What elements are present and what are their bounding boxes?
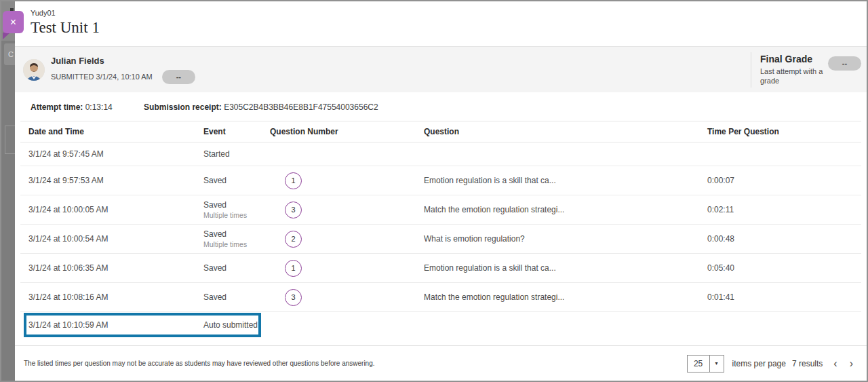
attempt-log-panel: Yudy01 Test Unit 1 Julian Fields SUBMITT… [15,1,867,381]
submission-status: SUBMITTED 3/1/24, 10:10 AM -- [51,70,195,84]
cell-event: Auto submitted [203,320,270,330]
results-count: 7 results [792,359,823,368]
question-number-badge: 1 [285,260,302,277]
cell-time: 0:02:11 [707,205,861,214]
backdrop-course-chip: C [4,43,15,65]
attempt-time-value: 0:13:14 [85,102,113,112]
cell-time: 0:05:40 [707,263,861,273]
cell-event: Saved [203,292,270,302]
cell-datetime: 3/1/24 at 10:06:35 AM [28,263,203,273]
student-summary-band: Julian Fields SUBMITTED 3/1/24, 10:10 AM… [15,47,867,92]
question-number-badge: 3 [285,289,302,306]
cell-event: Started [203,149,270,159]
student-name: Julian Fields [51,56,195,66]
cell-question-number: 2 [270,231,424,248]
items-per-page-label: items per page [732,359,786,368]
page-size-select[interactable]: 25 ▾ [687,355,724,373]
cell-datetime: 3/1/24 at 9:57:45 AM [28,149,203,159]
event-label: Saved [203,229,270,239]
student-info: Julian Fields SUBMITTED 3/1/24, 10:10 AM… [51,56,195,84]
final-grade-text: Final Grade Last attempt with a grade [760,54,824,87]
close-panel-button[interactable]: × [3,11,24,33]
final-grade-pill[interactable]: -- [828,56,861,71]
close-button-fold [3,33,10,39]
cell-question: Emotion regulation is a skill that ca... [424,176,707,185]
question-number-badge: 2 [285,231,302,248]
event-label: Started [203,149,270,159]
cell-time: 0:01:41 [707,292,861,302]
previous-page-button[interactable]: ‹ [829,358,841,369]
attempt-meta: Attempt time: 0:13:14 Submission receipt… [15,92,867,121]
event-table-row[interactable]: 3/1/24 at 10:00:54 AM Saved Multiple tim… [20,225,861,254]
cell-question-number: 3 [270,202,424,218]
event-label: Saved [203,200,270,210]
caret-down-icon: ▾ [709,356,724,372]
final-grade-section: Final Grade Last attempt with a grade -- [751,52,867,88]
cell-question: Match the emotion regulation strategi... [424,205,707,214]
cell-question: Emotion regulation is a skill that ca... [424,263,707,273]
footer-note: The listed times per question may not be… [24,360,375,367]
chevron-right-icon: › [850,358,853,369]
event-table-row[interactable]: 3/1/24 at 10:06:35 AM Saved 1 Emotion re… [20,254,861,283]
page-title: Test Unit 1 [31,19,867,37]
page-size-value: 25 [688,356,709,372]
event-sublabel: Multiple times [203,211,270,219]
backdrop-button-outline [5,126,15,154]
cell-event: Saved [203,176,270,185]
cell-datetime: 3/1/24 at 10:00:54 AM [28,234,203,244]
event-table-row[interactable]: 3/1/24 at 10:10:59 AM Auto submitted [20,312,861,338]
pagination: 25 ▾ items per page 7 results ‹ › [687,355,857,373]
panel-header: Yudy01 Test Unit 1 [15,1,867,47]
col-header-event: Event [203,127,270,136]
col-header-question: Question [424,127,707,136]
submitted-label: SUBMITTED 3/1/24, 10:10 AM [51,73,153,81]
event-label: Saved [203,292,270,302]
event-label: Saved [203,263,270,273]
attempt-grade-pill[interactable]: -- [162,70,195,84]
event-table-row[interactable]: 3/1/24 at 9:57:53 AM Saved 1 Emotion reg… [20,166,861,195]
final-grade-title: Final Grade [760,54,824,64]
event-label: Auto submitted [203,320,270,330]
attempt-log-screen: C × Yudy01 Test Unit 1 Julian Fi [0,0,868,382]
cell-question: What is emotion regulation? [424,234,707,244]
cell-question-number: 3 [270,289,424,306]
event-table-row[interactable]: 3/1/24 at 9:57:45 AM Started [20,142,861,166]
col-header-question-number: Question Number [270,127,424,136]
event-table-body: 3/1/24 at 9:57:45 AM Started 3/1/24 at 9… [15,142,867,338]
question-number-badge: 1 [285,172,302,189]
attempt-time-label: Attempt time: [31,102,83,112]
cell-question: Match the emotion regulation strategi... [424,292,707,302]
submission-receipt-label: Submission receipt: [144,102,222,112]
close-icon: × [10,16,16,28]
cell-datetime: 3/1/24 at 10:00:05 AM [28,205,203,214]
cell-question-number: 1 [270,260,424,277]
cell-event: Saved [203,263,270,273]
next-page-button[interactable]: › [846,358,857,369]
event-table-header: Date and Time Event Question Number Ques… [20,121,861,142]
cell-datetime: 3/1/24 at 10:08:16 AM [28,292,203,302]
event-table-row[interactable]: 3/1/24 at 10:00:05 AM Saved Multiple tim… [20,195,861,225]
cell-datetime: 3/1/24 at 10:10:59 AM [28,320,203,330]
student-avatar [23,59,45,81]
event-sublabel: Multiple times [203,240,270,248]
col-header-time-per-question: Time Per Question [707,127,861,136]
event-table-row[interactable]: 3/1/24 at 10:08:16 AM Saved 3 Match the … [20,283,861,312]
page-backdrop: C [1,1,15,381]
col-header-date-time: Date and Time [28,127,203,136]
chevron-left-icon: ‹ [833,358,837,369]
event-label: Saved [203,176,270,185]
cell-question-number: 1 [270,172,424,189]
cell-event: Saved Multiple times [203,200,270,219]
cell-time: 0:00:48 [707,234,861,244]
final-grade-subtitle: Last attempt with a grade [760,66,824,87]
panel-footer: The listed times per question may not be… [15,345,867,381]
cell-time: 0:00:07 [707,176,861,185]
cell-datetime: 3/1/24 at 9:57:53 AM [28,176,203,185]
course-code: Yudy01 [31,9,867,17]
question-number-badge: 3 [285,202,302,218]
submission-receipt-value: E305C2B4B3BB46E8B1F47554003656C2 [224,102,378,112]
cell-event: Saved Multiple times [203,229,270,248]
